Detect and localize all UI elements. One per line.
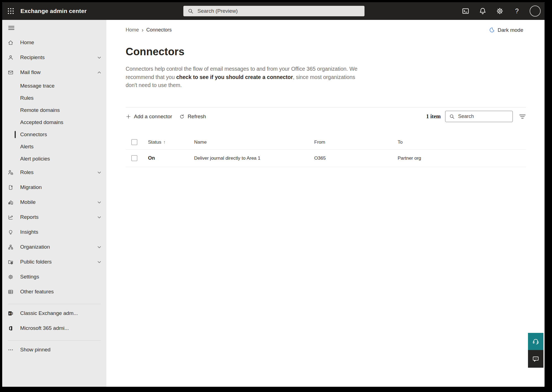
support-button[interactable] [528,333,543,350]
breadcrumb-home[interactable]: Home [126,27,139,33]
waffle-icon[interactable] [4,2,17,20]
plus-icon [126,114,131,119]
sidebar-item-insights[interactable]: Insights [2,225,106,240]
sidebar-item-message-trace[interactable]: Message trace [2,80,106,92]
chevron-down-icon [97,260,101,264]
org-chart-icon [8,244,14,250]
search-icon [188,8,194,14]
gear-icon [8,274,14,280]
sidebar-item-mail-flow[interactable]: Mail flow [2,65,106,80]
sidebar-item-mobile[interactable]: Mobile [2,195,106,210]
sidebar-item-settings[interactable]: Settings [2,269,106,284]
page-description: Connectors help control the flow of emai… [126,65,359,90]
add-connector-button[interactable]: Add a connector [126,114,172,120]
sidebar-item-label: Microsoft 365 admi... [20,325,69,331]
terminal-icon[interactable] [461,7,470,15]
lightbulb-icon [8,229,14,235]
sidebar-item-label: Alert policies [20,156,50,162]
select-all-checkbox[interactable] [131,139,137,145]
sidebar-item-label: Alerts [20,144,34,150]
chevron-down-icon [97,170,101,175]
add-connector-label: Add a connector [134,114,172,120]
top-bar: Exchange admin center Search (Preview) [2,2,545,20]
item-count: 1 item [426,113,441,120]
global-search-input[interactable]: Search (Preview) [183,6,365,16]
table-row[interactable]: On Deliver journal directly to Area 1 O3… [126,150,526,167]
exchange-logo-icon: E [8,311,14,316]
main-content: Home › Connectors Dark mode Connectors C… [106,20,545,387]
breadcrumb: Home › Connectors [126,27,172,33]
row-name[interactable]: Deliver journal directly to Area 1 [194,156,314,161]
column-header-to[interactable]: To [398,140,526,145]
floating-buttons [528,333,543,368]
toolbar: Add a connector Refresh 1 item Search [126,107,526,126]
office-logo-icon [8,325,14,331]
sidebar-item-classic-exchange[interactable]: E Classic Exchange adm... [2,306,106,321]
sidebar-item-label: Connectors [20,131,47,138]
sort-ascending-icon: ↑ [163,140,165,145]
sidebar-item-other-features[interactable]: Other features [2,284,106,299]
refresh-button[interactable]: Refresh [179,114,206,120]
sidebar-item-migration[interactable]: Migration [2,180,106,195]
sidebar: Home Recipients Mail flow [2,20,106,387]
sidebar-item-remote-domains[interactable]: Remote domains [2,104,106,116]
row-checkbox[interactable] [131,155,137,161]
selected-indicator [15,131,16,138]
feedback-button[interactable] [528,350,543,368]
sidebar-item-rules[interactable]: Rules [2,92,106,104]
sidebar-divider [8,340,101,341]
svg-text:E: E [9,312,11,315]
sidebar-item-label: Rules [20,95,34,101]
sidebar-item-show-pinned[interactable]: Show pinned [2,342,106,357]
headset-icon [532,338,539,345]
help-icon[interactable]: ? [513,7,521,15]
description-link[interactable]: check to see if you should create a conn… [176,74,293,80]
page-title: Connectors [126,46,526,58]
avatar[interactable] [530,6,541,17]
sidebar-item-connectors[interactable]: Connectors [2,128,106,141]
sidebar-item-label: Home [20,40,34,46]
chevron-down-icon [97,215,101,219]
sidebar-item-organization[interactable]: Organization [2,240,106,254]
bell-icon[interactable] [478,7,487,15]
row-from: O365 [314,156,398,161]
table-search-input[interactable]: Search [445,111,513,122]
connectors-table: Status ↑ Name From To On Deliver journal… [126,135,526,167]
sidebar-item-label: Public folders [20,259,52,265]
sidebar-item-label: Recipients [20,54,45,60]
sidebar-item-reports[interactable]: Reports [2,210,106,225]
sidebar-item-label: Organization [20,244,50,250]
dark-mode-toggle[interactable]: Dark mode [489,27,523,33]
sidebar-item-label: Settings [20,274,39,280]
search-icon [449,114,455,119]
chevron-up-icon [97,70,101,75]
column-header-name[interactable]: Name [194,140,314,145]
filter-icon[interactable] [519,113,526,120]
sidebar-item-alert-policies[interactable]: Alert policies [2,153,106,165]
sidebar-item-accepted-domains[interactable]: Accepted domains [2,116,106,128]
home-icon [8,40,14,46]
column-header-status[interactable]: Status ↑ [148,140,194,145]
sidebar-item-recipients[interactable]: Recipients [2,50,106,65]
refresh-label: Refresh [187,114,206,120]
trending-icon [8,214,14,220]
sidebar-item-home[interactable]: Home [2,35,106,50]
breadcrumb-current: Connectors [146,27,172,33]
sidebar-item-label: Classic Exchange adm... [20,310,78,316]
column-header-from[interactable]: From [314,140,398,145]
sidebar-item-public-folders[interactable]: Public folders [2,254,106,269]
sidebar-item-label: Message trace [20,83,55,89]
sidebar-item-m365-admin[interactable]: Microsoft 365 admi... [2,321,106,336]
sidebar-item-alerts[interactable]: Alerts [2,141,106,153]
sidebar-item-roles[interactable]: Roles [2,165,106,180]
mail-icon [8,70,14,75]
refresh-icon [179,114,185,119]
gear-icon[interactable] [495,7,504,15]
chevron-down-icon [97,200,101,204]
hamburger-icon[interactable] [2,20,106,31]
sidebar-item-label: Show pinned [20,347,51,353]
breadcrumb-separator: › [142,27,144,33]
sidebar-item-label: Mail flow [20,69,41,75]
feedback-bubble-icon [532,355,539,362]
app-title: Exchange admin center [20,8,87,14]
